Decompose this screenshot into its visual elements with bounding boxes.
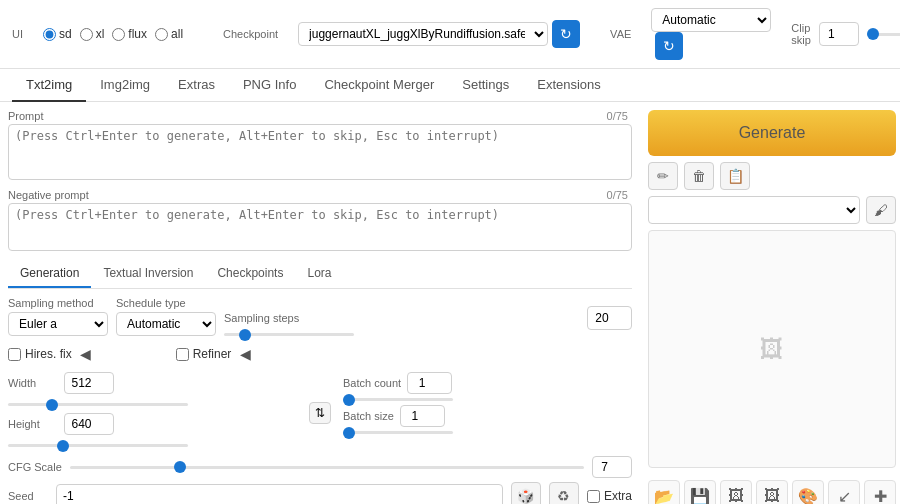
tab-settings[interactable]: Settings [448, 69, 523, 102]
negative-prompt-label: Negative prompt [8, 189, 632, 201]
seed-dice-btn[interactable]: 🎲 [511, 482, 541, 504]
tab-img2img[interactable]: Img2img [86, 69, 164, 102]
width-label: Width [8, 377, 58, 389]
tab-txt2img[interactable]: Txt2img [12, 69, 86, 102]
toolbar-download-btn[interactable]: ↙ [828, 480, 860, 504]
schedule-dropdown[interactable]: Automatic [116, 312, 216, 336]
vae-section: Automatic ↻ [651, 8, 771, 60]
vae-refresh-btn[interactable]: ↻ [655, 32, 683, 60]
gen-tab-lora[interactable]: Lora [295, 260, 343, 288]
toolbar-paint-btn[interactable]: 🎨 [792, 480, 824, 504]
left-panel: Prompt 0/75 Negative prompt 0/75 Generat… [0, 102, 640, 504]
negative-prompt-area: Negative prompt 0/75 [8, 189, 632, 254]
schedule-label: Schedule type [116, 297, 216, 309]
toolbar-folder-btn[interactable]: 📂 [648, 480, 680, 504]
tab-extensions[interactable]: Extensions [523, 69, 615, 102]
height-group: Height [8, 413, 297, 450]
batch-group: Batch count Batch size [343, 372, 632, 434]
checkpoint-label: Checkpoint [223, 28, 278, 40]
hires-expand-btn[interactable]: ◀ [76, 344, 96, 364]
sampling-method-group: Sampling method Euler a [8, 297, 108, 336]
cfg-section: CFG Scale [8, 456, 632, 478]
prompt-input[interactable] [8, 124, 632, 180]
batch-count-input[interactable] [407, 372, 452, 394]
refiner-label: Refiner [193, 347, 232, 361]
negative-prompt-input[interactable] [8, 203, 632, 251]
tab-checkpoint-merger[interactable]: Checkpoint Merger [310, 69, 448, 102]
radio-all[interactable]: all [155, 27, 183, 41]
sampling-method-label: Sampling method [8, 297, 108, 309]
batch-count-slider[interactable] [343, 398, 453, 401]
top-bar: UI sd xl flux all Checkpoint juggernautX… [0, 0, 900, 69]
width-input[interactable] [64, 372, 114, 394]
toolbar-gallery-btn[interactable]: 🖼 [720, 480, 752, 504]
seed-label: Seed [8, 490, 48, 502]
prompt-token-count: 0/75 [607, 110, 628, 122]
vae-dropdown[interactable]: Automatic [651, 8, 771, 32]
hires-fix-label: Hires. fix [25, 347, 72, 361]
width-slider[interactable] [8, 403, 188, 406]
tab-png-info[interactable]: PNG Info [229, 69, 310, 102]
prompt-area: Prompt 0/75 [8, 110, 632, 183]
batch-size-group: Batch size [343, 405, 632, 427]
radio-flux[interactable]: flux [112, 27, 147, 41]
batch-count-group: Batch count [343, 372, 632, 394]
swap-dimensions-btn[interactable]: ⇅ [309, 402, 331, 424]
image-preview-area: 🖼 [648, 230, 896, 468]
main-content: Prompt 0/75 Negative prompt 0/75 Generat… [0, 102, 900, 504]
image-placeholder-icon: 🖼 [760, 335, 784, 363]
dimensions-row: Width Height ⇅ [8, 372, 632, 450]
width-group: Width [8, 372, 297, 409]
bottom-toolbar: 📂 💾 🖼 🖼 🎨 ↙ ✚ [648, 474, 896, 504]
steps-label: Sampling steps [224, 312, 299, 324]
height-slider[interactable] [8, 444, 188, 447]
radio-sd[interactable]: sd [43, 27, 72, 41]
ui-radio-group: sd xl flux all [43, 27, 183, 41]
toolbar-plus-btn[interactable]: ✚ [864, 480, 896, 504]
checkpoint-refresh-btn[interactable]: ↻ [552, 20, 580, 48]
seed-input[interactable] [56, 484, 503, 504]
steps-input[interactable] [587, 306, 632, 330]
action-row: ✏ 🗑 📋 [648, 162, 896, 190]
gen-tab-checkpoints[interactable]: Checkpoints [205, 260, 295, 288]
extra-label[interactable]: Extra [587, 489, 632, 503]
clip-skip-input[interactable] [819, 22, 859, 46]
edit-btn[interactable]: ✏ [648, 162, 678, 190]
refiner-expand-btn[interactable]: ◀ [235, 344, 255, 364]
hires-fix-checkbox[interactable] [8, 348, 21, 361]
radio-xl[interactable]: xl [80, 27, 105, 41]
checkpoint-section: juggernautXL_juggXlByRundiffusion.safete… [298, 20, 580, 48]
height-label: Height [8, 418, 58, 430]
copy-btn[interactable]: 📋 [720, 162, 750, 190]
height-input[interactable] [64, 413, 114, 435]
style-dropdown[interactable] [648, 196, 860, 224]
batch-count-label: Batch count [343, 377, 401, 389]
seed-recycle-btn[interactable]: ♻ [549, 482, 579, 504]
style-row: 🖌 [648, 196, 896, 224]
toolbar-image-btn[interactable]: 🖼 [756, 480, 788, 504]
hires-refiner-row: Hires. fix ◀ Refiner ◀ [8, 344, 632, 364]
gen-tab-generation[interactable]: Generation [8, 260, 91, 288]
checkpoint-dropdown[interactable]: juggernautXL_juggXlByRundiffusion.safete… [298, 22, 548, 46]
generate-button[interactable]: Generate [648, 110, 896, 156]
schedule-type-group: Schedule type Automatic [116, 297, 216, 336]
extra-checkbox[interactable] [587, 490, 600, 503]
trash-btn[interactable]: 🗑 [684, 162, 714, 190]
clip-skip-slider[interactable] [867, 33, 900, 36]
batch-size-input[interactable] [400, 405, 445, 427]
gen-tab-textual-inversion[interactable]: Textual Inversion [91, 260, 205, 288]
tab-extras[interactable]: Extras [164, 69, 229, 102]
sampling-method-dropdown[interactable]: Euler a [8, 312, 108, 336]
swap-btn-area: ⇅ [309, 384, 331, 424]
toolbar-save-btn[interactable]: 💾 [684, 480, 716, 504]
cfg-slider[interactable] [70, 466, 584, 469]
refiner-checkbox[interactable] [176, 348, 189, 361]
cfg-label: CFG Scale [8, 461, 62, 473]
clip-skip-section: Clip skip [791, 22, 900, 46]
batch-size-slider[interactable] [343, 431, 453, 434]
ui-label: UI [12, 28, 23, 40]
style-apply-btn[interactable]: 🖌 [866, 196, 896, 224]
batch-size-label: Batch size [343, 410, 394, 422]
steps-slider[interactable] [224, 333, 354, 336]
cfg-input[interactable] [592, 456, 632, 478]
